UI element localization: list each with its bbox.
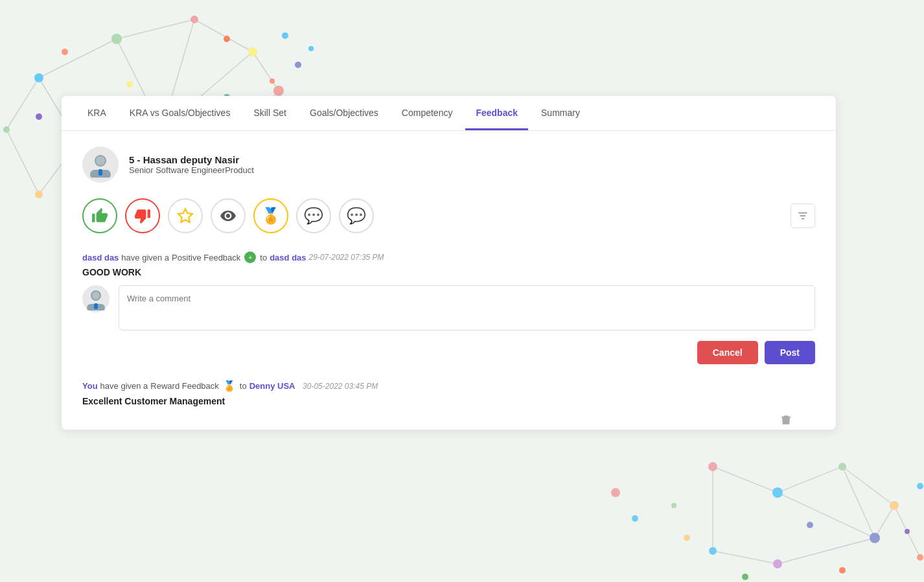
delete-icon[interactable] [780,414,792,428]
svg-point-58 [807,522,813,528]
tab-feedback[interactable]: Feedback [465,96,528,130]
svg-line-44 [778,538,875,564]
user-info: 5 - Hassan deputy Nasir Senior Software … [129,154,254,175]
feedback-entry-1: dasd das have given a Positive Feedback … [82,251,815,364]
reward-badge: 🏅 [223,380,236,392]
svg-line-9 [6,130,39,194]
reward-button[interactable]: 🏅 [253,198,288,233]
svg-point-54 [611,488,620,497]
svg-point-17 [191,16,198,23]
svg-point-56 [671,503,676,508]
svg-point-25 [126,81,133,87]
comment-area [82,285,815,331]
svg-line-35 [713,467,778,493]
comment-buttons: Cancel Post [82,341,815,364]
svg-rect-66 [98,169,102,176]
tab-bar: KRA KRA vs Goals/Objectives Skill Set Go… [62,96,836,131]
eye-button[interactable] [211,198,246,233]
user-title: Senior Software EngineerProduct [129,165,254,175]
recipient-link-1[interactable]: dasd das [270,253,306,262]
svg-point-62 [917,483,923,489]
thumbs-down-button[interactable] [125,198,160,233]
svg-point-15 [34,73,43,82]
positive-badge: + [244,251,256,263]
svg-point-24 [273,86,284,96]
tab-goals-objectives[interactable]: Goals/Objectives [299,96,389,130]
svg-point-32 [36,113,42,120]
svg-point-21 [35,191,43,198]
svg-point-59 [742,574,748,580]
comment-avatar [82,285,110,312]
cancel-button[interactable]: Cancel [697,341,758,364]
svg-point-30 [308,46,314,51]
svg-point-29 [282,32,288,39]
svg-point-27 [62,49,68,55]
feedback-meta-2: You have given a Reward Feedback 🏅 to De… [82,380,815,392]
feedback-actions: 🏅 💬 💬 [82,198,815,233]
feedback-meta-1: dasd das have given a Positive Feedback … [82,251,815,263]
svg-point-50 [870,533,880,543]
svg-point-60 [839,567,846,574]
svg-line-1 [117,19,194,39]
svg-point-48 [838,463,846,471]
feedback-entry-2: You have given a Reward Feedback 🏅 to De… [82,380,815,406]
svg-point-49 [890,501,899,510]
feedback-chat-button-1[interactable]: 💬 [296,198,331,233]
svg-line-37 [842,467,894,506]
tab-kra[interactable]: KRA [77,96,117,130]
sender-link-1[interactable]: dasd das [82,253,119,262]
svg-point-51 [773,559,782,568]
svg-rect-71 [94,303,98,309]
content-area: 5 - Hassan deputy Nasir Senior Software … [62,131,836,430]
feedback-text-1: GOOD WORK [82,267,815,277]
svg-line-45 [875,506,894,538]
timestamp-1: 29-07-2022 07:35 PM [309,253,384,262]
tab-competency[interactable]: Competency [391,96,463,130]
svg-point-22 [3,126,10,133]
feedback-text-2: Excellent Customer Management [82,396,815,406]
timestamp-2: 30-05-2022 03:45 PM [303,382,378,391]
svg-line-39 [842,467,875,538]
svg-line-41 [713,551,778,564]
svg-point-70 [92,292,100,299]
svg-point-65 [96,156,105,165]
tab-skill-set[interactable]: Skill Set [243,96,297,130]
svg-point-34 [224,36,230,42]
svg-point-28 [295,62,301,68]
feedback-chat-button-2[interactable]: 💬 [339,198,374,233]
svg-point-46 [708,462,717,471]
svg-point-31 [270,78,275,84]
tab-summary[interactable]: Summary [531,96,590,130]
post-button[interactable]: Post [765,341,815,364]
svg-point-47 [772,487,783,498]
svg-line-0 [39,39,117,78]
sender-link-2[interactable]: You [82,381,98,391]
svg-point-16 [111,34,122,44]
tab-kra-vs-goals[interactable]: KRA vs Goals/Objectives [119,96,241,130]
svg-line-38 [894,506,920,557]
svg-line-13 [253,52,279,91]
svg-line-43 [778,493,875,538]
star-button[interactable] [168,198,203,233]
svg-line-2 [194,19,253,52]
svg-point-18 [248,47,257,56]
svg-line-36 [778,467,842,493]
filter-button[interactable] [791,204,815,228]
svg-point-52 [709,547,717,555]
svg-line-10 [6,78,39,130]
svg-point-55 [632,515,638,522]
thumbs-up-button[interactable] [82,198,117,233]
user-header: 5 - Hassan deputy Nasir Senior Software … [82,146,815,183]
avatar [82,146,119,183]
user-name: 5 - Hassan deputy Nasir [129,154,254,165]
svg-line-40 [778,538,875,564]
recipient-link-2[interactable]: Denny USA [249,381,295,391]
svg-point-57 [684,535,690,541]
comment-input[interactable] [119,285,815,331]
main-card: KRA KRA vs Goals/Objectives Skill Set Go… [62,96,836,430]
svg-point-53 [917,554,923,561]
svg-marker-67 [178,209,192,222]
svg-point-61 [905,529,910,534]
